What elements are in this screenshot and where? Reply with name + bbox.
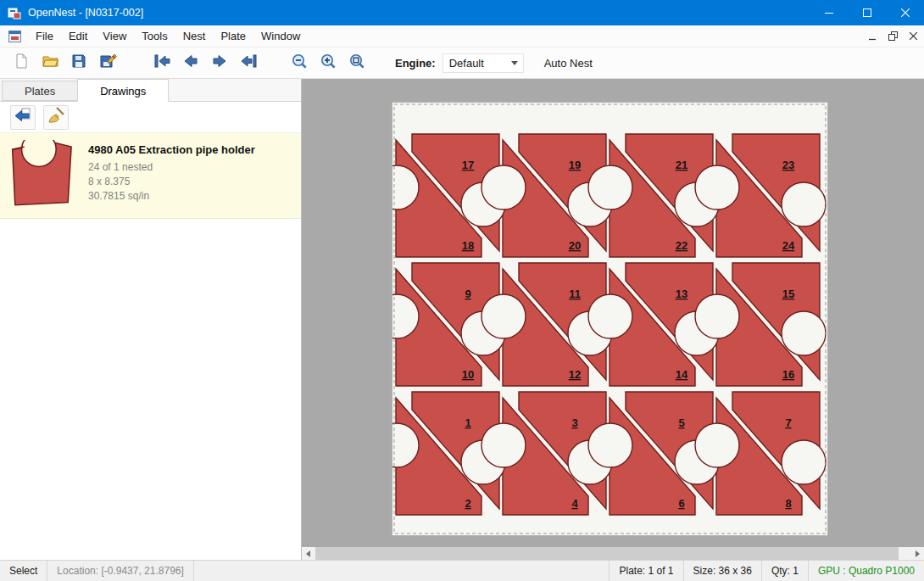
menu-tools[interactable]: Tools <box>134 26 175 46</box>
pipe-notch <box>588 165 632 209</box>
menu-file[interactable]: File <box>28 26 61 46</box>
part-number-label: 12 <box>569 368 581 381</box>
engine-selected-value: Default <box>449 57 511 70</box>
close-button[interactable] <box>886 0 924 25</box>
open-folder-icon <box>42 53 59 73</box>
scrollbar-thumb[interactable] <box>315 547 899 560</box>
new-file-icon <box>13 53 30 73</box>
save-button[interactable] <box>64 50 93 75</box>
menu-view[interactable]: View <box>95 26 134 46</box>
mdi-close-button[interactable] <box>904 28 922 45</box>
first-arrow-icon <box>153 53 171 73</box>
pipe-notch <box>695 165 739 209</box>
part-number-label: 1 <box>465 416 470 429</box>
part-number-label: 22 <box>676 239 687 252</box>
next-arrow-icon <box>211 53 228 73</box>
clean-button[interactable] <box>43 105 69 130</box>
back-arrow-icon <box>14 106 32 128</box>
save-edit-icon <box>99 53 117 73</box>
status-gpu: GPU : Quadro P1000 <box>808 561 924 581</box>
part-number-label: 10 <box>462 368 474 381</box>
opennest-window: OpenNest - [N0317-002] File Edit View To… <box>0 0 924 581</box>
zoom-out-icon <box>291 53 308 73</box>
main-toolbar: Engine: Default Auto Nest <box>0 47 924 79</box>
nesting-canvas[interactable]: 171819202122232491011121314151612345678 <box>302 79 924 560</box>
mdi-restore-button[interactable] <box>883 28 902 45</box>
drawings-toolbar <box>0 102 301 132</box>
part-number-label: 7 <box>785 416 791 429</box>
new-file-button[interactable] <box>7 50 36 75</box>
pipe-notch <box>588 423 632 467</box>
part-number-label: 21 <box>676 159 687 171</box>
next-plate-button[interactable] <box>205 50 234 75</box>
drawing-list-item[interactable]: 4980 A05 Extraction pipe holder 24 of 1 … <box>0 132 301 219</box>
part-number-label: 13 <box>676 288 687 300</box>
plate-sheet[interactable]: 171819202122232491011121314151612345678 <box>392 102 828 536</box>
zoom-fit-icon <box>348 53 365 73</box>
pipe-notch <box>695 423 739 467</box>
pipe-notch <box>481 165 526 209</box>
zoom-in-button[interactable] <box>314 50 342 75</box>
scroll-left-arrow[interactable] <box>302 547 314 560</box>
last-plate-button[interactable] <box>234 50 263 75</box>
app-icon <box>8 6 21 20</box>
part-number-label: 23 <box>782 159 794 171</box>
scroll-right-arrow[interactable] <box>911 547 924 560</box>
part-number-label: 11 <box>569 288 581 300</box>
maximize-button[interactable] <box>848 0 886 25</box>
part-number-label: 3 <box>571 416 577 429</box>
nesting-plate[interactable]: 171819202122232491011121314151612345678 <box>392 103 827 535</box>
broom-icon <box>47 106 65 128</box>
menu-nest[interactable]: Nest <box>175 26 214 46</box>
mdi-child-icon <box>8 31 21 42</box>
zoom-fit-button[interactable] <box>342 50 371 75</box>
mdi-minimize-button[interactable] <box>863 28 882 45</box>
pipe-notch <box>481 294 526 338</box>
auto-nest-button[interactable]: Auto Nest <box>537 53 599 74</box>
first-plate-button[interactable] <box>148 50 176 75</box>
last-arrow-icon <box>240 53 258 73</box>
open-button[interactable] <box>36 50 64 75</box>
drawing-title: 4980 A05 Extraction pipe holder <box>88 143 255 156</box>
horizontal-scrollbar[interactable] <box>302 547 924 560</box>
pipe-notch <box>588 294 632 338</box>
part-number-label: 17 <box>462 159 474 171</box>
zoom-in-icon <box>320 53 337 73</box>
part-number-label: 15 <box>782 288 794 300</box>
drawing-nested-count: 24 of 1 nested <box>88 160 255 175</box>
menu-edit[interactable]: Edit <box>61 26 95 46</box>
zoom-out-button[interactable] <box>285 50 314 75</box>
part-number-label: 8 <box>785 497 791 510</box>
tab-drawings[interactable]: Drawings <box>77 79 169 102</box>
prev-arrow-icon <box>182 53 199 73</box>
status-qty: Qty: 1 <box>761 561 808 581</box>
part-number-label: 18 <box>462 239 474 252</box>
window-title: OpenNest - [N0317-002] <box>28 7 143 19</box>
prev-plate-button[interactable] <box>176 50 205 75</box>
return-part-button[interactable] <box>10 105 36 130</box>
minimize-button[interactable] <box>810 0 848 25</box>
part-number-label: 19 <box>569 159 581 171</box>
drawing-area: 30.7815 sq/in <box>88 189 255 204</box>
menu-bar: File Edit View Tools Nest Plate Window <box>0 25 924 47</box>
title-bar: OpenNest - [N0317-002] <box>0 0 924 25</box>
part-number-label: 24 <box>782 239 795 252</box>
save-icon <box>70 53 87 73</box>
menu-window[interactable]: Window <box>253 26 308 46</box>
drawing-thumbnail <box>8 140 75 211</box>
part-number-label: 2 <box>465 497 470 510</box>
part-number-label: 14 <box>676 368 688 381</box>
engine-select[interactable]: Default <box>443 53 524 73</box>
drawing-info: 4980 A05 Extraction pipe holder 24 of 1 … <box>88 140 255 203</box>
pipe-notch <box>481 423 526 467</box>
chevron-down-icon <box>511 61 518 65</box>
status-location: Location: [-0.9437, 21.8796] <box>47 561 193 581</box>
tab-plates[interactable]: Plates <box>2 81 78 101</box>
pipe-notch <box>695 294 739 338</box>
drawing-dimensions: 8 x 8.375 <box>88 175 255 189</box>
save-edit-button[interactable] <box>93 50 122 75</box>
menu-plate[interactable]: Plate <box>213 26 253 46</box>
part-number-label: 16 <box>782 368 794 381</box>
part-number-label: 6 <box>678 497 684 510</box>
part-number-label: 20 <box>569 239 581 252</box>
